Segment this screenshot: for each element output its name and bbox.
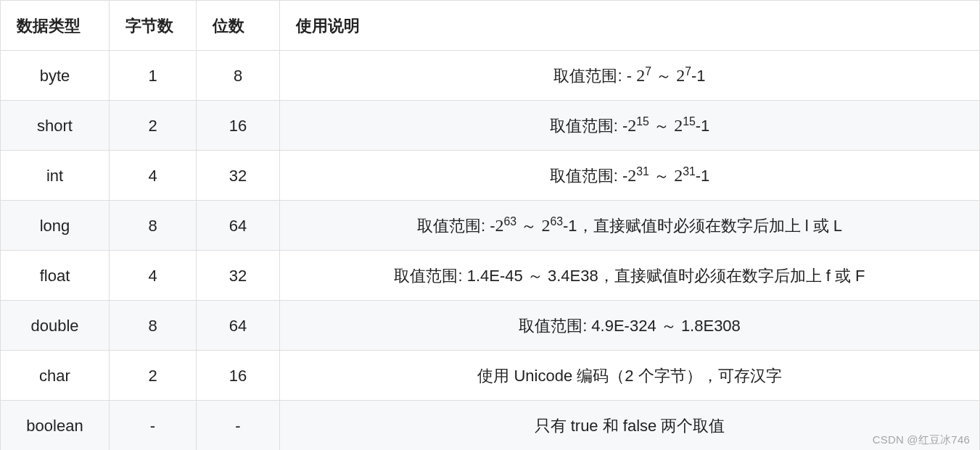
cell-bits: 32 (197, 151, 280, 201)
cell-bytes: - (110, 401, 197, 451)
table-row: byte18取值范围: - 27 ～ 27-1 (1, 51, 980, 101)
cell-description: 使用 Unicode 编码（2 个字节），可存汉字 (280, 351, 980, 401)
range-upper: 231-1 (674, 162, 709, 188)
range-extra-note: ，直接赋值时必须在数字后加上 l 或 L (577, 217, 842, 235)
cell-bits: 16 (197, 101, 280, 151)
table-header-row: 数据类型 字节数 位数 使用说明 (1, 1, 980, 51)
range-upper: 27-1 (676, 62, 705, 88)
table-row: float432取值范围: 1.4E-45 ～ 3.4E38，直接赋值时必须在数… (1, 251, 980, 301)
range-prefix-label: 取值范围: (417, 217, 485, 235)
range-upper: 215-1 (674, 112, 709, 138)
range-prefix-label: 取值范围: (550, 117, 618, 135)
range-prefix-label: 取值范围: (550, 167, 618, 185)
cell-description: 取值范围: 4.9E-324 ～ 1.8E308 (280, 301, 980, 351)
range-upper: 263-1 (541, 212, 577, 238)
col-header-bits: 位数 (197, 1, 280, 51)
cell-description: 取值范围: 1.4E-45 ～ 3.4E38，直接赋值时必须在数字后加上 f 或… (280, 251, 980, 301)
cell-data-type: short (1, 101, 110, 151)
col-header-data-type: 数据类型 (1, 1, 110, 51)
col-header-bytes: 字节数 (110, 1, 197, 51)
cell-description: 取值范围: - 27 ～ 27-1 (280, 51, 980, 101)
cell-bytes: 2 (110, 351, 197, 401)
cell-bytes: 1 (110, 51, 197, 101)
range-expression: 取值范围: -231 ～ 231-1 (550, 167, 710, 185)
cell-description: 取值范围: -215 ～ 215-1 (280, 101, 980, 151)
cell-data-type: boolean (1, 401, 110, 451)
col-header-description: 使用说明 (280, 1, 980, 51)
data-types-table: 数据类型 字节数 位数 使用说明 byte18取值范围: - 27 ～ 27-1… (0, 0, 980, 450)
cell-bytes: 4 (110, 151, 197, 201)
table-row: long864取值范围: -263 ～ 263-1，直接赋值时必须在数字后加上 … (1, 201, 980, 251)
table-row: double864取值范围: 4.9E-324 ～ 1.8E308 (1, 301, 980, 351)
cell-data-type: char (1, 351, 110, 401)
cell-bits: 64 (197, 301, 280, 351)
range-separator: ～ (651, 67, 676, 85)
range-separator: ～ (649, 167, 674, 185)
cell-data-type: float (1, 251, 110, 301)
table-row: short216取值范围: -215 ～ 215-1 (1, 101, 980, 151)
cell-data-type: byte (1, 51, 110, 101)
cell-bits: 32 (197, 251, 280, 301)
cell-bytes: 8 (110, 301, 197, 351)
range-separator: ～ (649, 117, 674, 135)
cell-bits: 16 (197, 351, 280, 401)
cell-data-type: long (1, 201, 110, 251)
cell-description: 只有 true 和 false 两个取值 (280, 401, 980, 451)
cell-description: 取值范围: -263 ～ 263-1，直接赋值时必须在数字后加上 l 或 L (280, 201, 980, 251)
range-expression: 取值范围: - 27 ～ 27-1 (553, 67, 705, 85)
cell-data-type: double (1, 301, 110, 351)
cell-data-type: int (1, 151, 110, 201)
cell-bytes: 2 (110, 101, 197, 151)
range-lower: - 27 (627, 62, 651, 88)
range-separator: ～ (516, 217, 541, 235)
cell-bytes: 4 (110, 251, 197, 301)
range-expression: 取值范围: -215 ～ 215-1 (550, 117, 710, 135)
range-lower: -263 (490, 212, 516, 238)
range-lower: -215 (622, 112, 649, 138)
cell-bits: - (197, 401, 280, 451)
range-expression: 取值范围: -263 ～ 263-1，直接赋值时必须在数字后加上 l 或 L (417, 217, 842, 235)
cell-bytes: 8 (110, 201, 197, 251)
range-lower: -231 (622, 162, 649, 188)
table-row: char216使用 Unicode 编码（2 个字节），可存汉字 (1, 351, 980, 401)
table-row: boolean--只有 true 和 false 两个取值 (1, 401, 980, 451)
range-prefix-label: 取值范围: (553, 67, 622, 85)
table-row: int432取值范围: -231 ～ 231-1 (1, 151, 980, 201)
cell-bits: 8 (197, 51, 280, 101)
cell-bits: 64 (197, 201, 280, 251)
cell-description: 取值范围: -231 ～ 231-1 (280, 151, 980, 201)
